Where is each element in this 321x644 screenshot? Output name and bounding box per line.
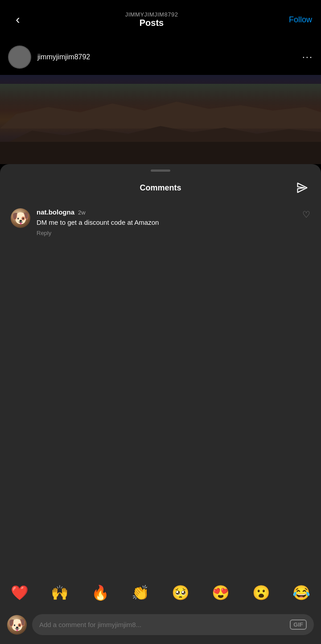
back-button[interactable]: ‹ bbox=[9, 11, 27, 29]
header-username: JIMMYJIMJIM8792 bbox=[27, 11, 276, 18]
emoji-raised-hands[interactable]: 🙌 bbox=[51, 584, 69, 601]
post-image bbox=[0, 75, 321, 164]
gif-button[interactable]: GIF bbox=[290, 619, 307, 630]
title-block: JIMMYJIMJIM8792 Posts bbox=[27, 11, 276, 28]
comment-item: nat.bologna 2w DM me to get a discount c… bbox=[0, 203, 321, 242]
more-options-icon[interactable]: ··· bbox=[302, 51, 313, 63]
profile-row: jimmyjimjim8792 ··· bbox=[0, 39, 321, 75]
profile-left: jimmyjimjim8792 bbox=[8, 45, 90, 69]
commenter-name[interactable]: nat.bologna bbox=[37, 208, 74, 216]
header-posts-label: Posts bbox=[27, 18, 276, 28]
comment-body: nat.bologna 2w DM me to get a discount c… bbox=[37, 208, 296, 236]
heart-icon: ♡ bbox=[302, 209, 310, 220]
sheet-handle bbox=[0, 164, 321, 175]
comment-input-row: GIF bbox=[0, 610, 321, 644]
handle-bar bbox=[151, 169, 170, 172]
emoji-heart[interactable]: ❤️ bbox=[11, 584, 29, 601]
commenter-avatar[interactable] bbox=[11, 208, 30, 228]
emoji-heart-eyes[interactable]: 😍 bbox=[212, 584, 230, 601]
follow-button[interactable]: Follow bbox=[276, 15, 312, 25]
comments-header: Comments bbox=[0, 175, 321, 203]
comment-field-wrapper: GIF bbox=[32, 614, 314, 635]
emoji-clap[interactable]: 👏 bbox=[132, 584, 149, 601]
current-user-avatar bbox=[7, 615, 27, 635]
mountain-layer-3 bbox=[0, 142, 321, 164]
comment-meta: nat.bologna 2w bbox=[37, 208, 296, 216]
avatar[interactable] bbox=[8, 45, 31, 69]
send-button[interactable] bbox=[294, 180, 310, 196]
comment-time: 2w bbox=[78, 209, 86, 216]
comment-input[interactable] bbox=[39, 621, 285, 628]
reply-button[interactable]: Reply bbox=[37, 230, 296, 236]
emoji-surprised[interactable]: 😮 bbox=[252, 584, 270, 601]
current-user-avatar-image bbox=[7, 615, 27, 635]
comment-text: DM me to get a discount code at Amazon bbox=[37, 218, 296, 227]
emoji-fire[interactable]: 🔥 bbox=[91, 584, 109, 601]
emoji-pleading[interactable]: 🥺 bbox=[172, 584, 189, 601]
like-button[interactable]: ♡ bbox=[302, 208, 310, 220]
comments-title: Comments bbox=[27, 183, 294, 193]
avatar-image bbox=[9, 46, 30, 68]
commenter-avatar-image bbox=[11, 208, 30, 228]
emoji-laughing[interactable]: 😂 bbox=[292, 584, 310, 601]
svg-marker-0 bbox=[298, 183, 307, 193]
mountain-layer-1 bbox=[0, 93, 321, 128]
chevron-left-icon: ‹ bbox=[16, 13, 20, 26]
top-navigation: ‹ JIMMYJIMJIM8792 Posts Follow bbox=[0, 0, 321, 39]
profile-username: jimmyjimjim8792 bbox=[37, 53, 90, 61]
emoji-reaction-bar: ❤️ 🙌 🔥 👏 🥺 😍 😮 😂 bbox=[0, 577, 321, 608]
comments-sheet: Comments nat.bologna 2w DM me to get a d… bbox=[0, 164, 321, 644]
